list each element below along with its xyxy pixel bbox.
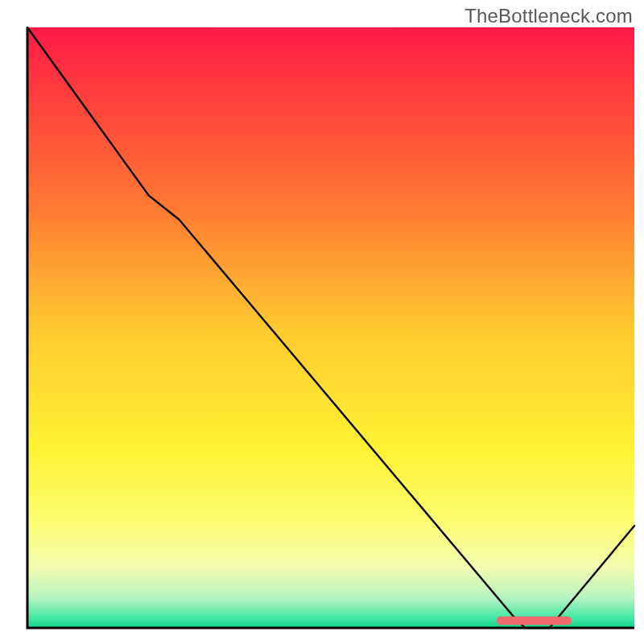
plot-background bbox=[27, 27, 634, 628]
chart-container: TheBottleneck.com bbox=[0, 0, 644, 644]
chart-svg bbox=[0, 0, 644, 644]
